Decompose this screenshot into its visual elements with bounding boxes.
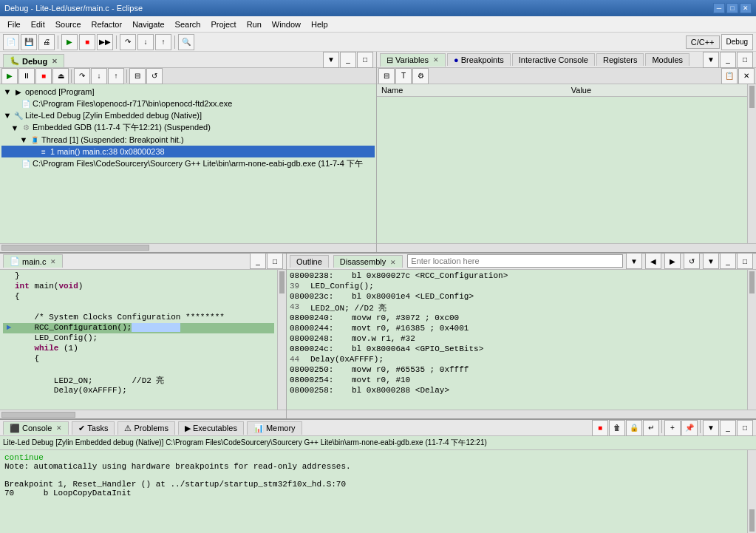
disasm-go-btn[interactable]: ▼ — [626, 253, 642, 269]
menu-source[interactable]: Source — [51, 18, 86, 30]
stop-button[interactable]: ■ — [79, 34, 95, 50]
editor-max-btn[interactable]: □ — [267, 253, 283, 269]
close-button[interactable]: ✕ — [740, 3, 752, 13]
disasm-panel-menu[interactable]: ▼ — [703, 253, 719, 269]
disasm-back-btn[interactable]: ◀ — [645, 253, 661, 269]
resume-btn[interactable]: ▶ — [1, 68, 18, 84]
disasm-fwd-btn[interactable]: ▶ — [664, 253, 681, 269]
debug-tab-close[interactable]: ✕ — [52, 58, 58, 65]
menu-run[interactable]: Run — [242, 18, 266, 30]
tab-variables[interactable]: ⊟ Variables ✕ — [380, 53, 446, 67]
disasm-scrollbar-v[interactable] — [747, 270, 756, 410]
menu-file[interactable]: File — [3, 18, 25, 30]
variables-scrollbar-v[interactable] — [747, 84, 756, 243]
tree-item-openocd-exe[interactable]: 📄 C:\Program Files\openocd-r717\bin\open… — [1, 98, 375, 109]
refresh-btn[interactable]: ↺ — [146, 68, 163, 84]
menu-refactor[interactable]: Refactor — [87, 18, 127, 30]
suspend-btn[interactable]: ⏸ — [18, 68, 35, 84]
location-input[interactable] — [407, 254, 623, 268]
debug-panel-min[interactable]: _ — [340, 52, 356, 68]
debug-run-button[interactable]: ▶▶ — [97, 34, 113, 50]
console-clear[interactable]: 🗑 — [609, 420, 625, 436]
disasm-refresh-btn[interactable]: ↺ — [684, 253, 700, 269]
editor-scroll-thumb[interactable] — [279, 271, 285, 293]
outline-tab[interactable]: Outline — [290, 255, 329, 268]
editor-tab-mainc[interactable]: 📄 main.c ✕ — [3, 254, 63, 268]
disasm-panel-min[interactable]: _ — [720, 253, 736, 269]
window-controls[interactable]: ─ □ ✕ — [713, 3, 752, 13]
terminate-btn[interactable]: ■ — [35, 68, 52, 84]
console-output[interactable]: continue Note: automatically using hardw… — [0, 450, 747, 533]
disasm-scrollbar-h[interactable] — [287, 410, 756, 418]
menu-window[interactable]: Window — [268, 18, 305, 30]
tab-memory[interactable]: 📊 Memory — [247, 421, 302, 435]
save-button[interactable]: 💾 — [21, 34, 37, 50]
tree-item-thread[interactable]: ▼ 🧵 Thread [1] (Suspended: Breakpoint hi… — [1, 134, 375, 146]
variables-panel-max[interactable]: □ — [737, 52, 753, 68]
show-type-btn[interactable]: T — [395, 68, 412, 84]
editor-collapse-btn[interactable]: _ — [250, 253, 266, 269]
stepreturn-btn[interactable]: ↑ — [108, 68, 124, 84]
tree-item-frame[interactable]: ≡ 1 main() main.c:38 0x08000238 — [1, 146, 375, 157]
console-tab-close[interactable]: ✕ — [56, 424, 62, 432]
editor-scroll-hthumb[interactable] — [1, 412, 75, 418]
tab-tasks[interactable]: ✔ Tasks — [72, 421, 115, 435]
variables-tab-close[interactable]: ✕ — [433, 56, 439, 64]
disasm-panel-max[interactable]: □ — [737, 253, 753, 269]
debug-panel-menu[interactable]: ▼ — [323, 52, 339, 68]
debug-tab[interactable]: 🐛 Debug ✕ — [3, 54, 64, 67]
stepover-btn[interactable]: ↷ — [74, 68, 90, 84]
console-word-wrap[interactable]: ↵ — [643, 420, 659, 436]
settings-vars-btn[interactable]: ⚙ — [412, 68, 429, 84]
step-return[interactable]: ↑ — [155, 34, 171, 50]
menu-project[interactable]: Project — [206, 18, 240, 30]
console-new[interactable]: + — [664, 420, 681, 436]
step-into[interactable]: ↓ — [137, 34, 154, 50]
toggle-liteleddebug[interactable]: ▼ — [3, 111, 12, 120]
menu-search[interactable]: Search — [171, 18, 205, 30]
debug-perspective-btn[interactable]: Debug — [721, 34, 753, 50]
toggle-gdb[interactable]: ▼ — [10, 123, 19, 132]
console-pin[interactable]: 📌 — [681, 420, 698, 436]
tab-problems[interactable]: ⚠ Problems — [118, 421, 174, 435]
console-panel-min[interactable]: _ — [720, 420, 736, 436]
console-scroll-thumb[interactable] — [749, 509, 755, 532]
console-panel-menu[interactable]: ▼ — [703, 420, 719, 436]
menu-navigate[interactable]: Navigate — [128, 18, 168, 30]
stepinto-btn[interactable]: ↓ — [91, 68, 107, 84]
tab-console[interactable]: ⬛ Console ✕ — [3, 421, 69, 435]
tab-modules[interactable]: Modules — [645, 53, 689, 66]
debug-panel-max[interactable]: □ — [357, 52, 373, 68]
variables-scrollbar-h[interactable] — [377, 243, 756, 252]
tree-item-gdbexe[interactable]: 📄 C:\Program Files\CodeSourcery\Sourcery… — [1, 157, 375, 170]
console-scroll-lock[interactable]: 🔒 — [626, 420, 642, 436]
tab-registers[interactable]: Registers — [596, 53, 644, 66]
variables-panel-min[interactable]: _ — [720, 52, 736, 68]
menu-edit[interactable]: Edit — [27, 18, 50, 30]
variables-scroll-thumb[interactable] — [749, 86, 755, 108]
tree-item-gdb[interactable]: ▼ ⚙ Embedded GDB (11-7-4 下午12:21) (Suspe… — [1, 121, 375, 134]
debug-scrollbar-h[interactable] — [0, 243, 376, 252]
search-button[interactable]: 🔍 — [178, 34, 194, 50]
disasm-tab-close[interactable]: ✕ — [390, 259, 396, 266]
run-button[interactable]: ▶ — [61, 34, 78, 50]
disasm-content[interactable]: 08000238: bl 0x800027c <RCC_Configuratio… — [287, 270, 747, 410]
toggle-openocd[interactable]: ▼ — [3, 87, 12, 96]
minimize-button[interactable]: ─ — [713, 3, 725, 13]
code-content[interactable]: } int main(void) { — [0, 270, 277, 410]
tab-executables[interactable]: ▶ Executables — [178, 421, 244, 435]
disconnect-btn[interactable]: ⏏ — [52, 68, 69, 84]
disassembly-tab[interactable]: Disassembly ✕ — [333, 255, 403, 268]
tab-breakpoints[interactable]: ● Breakpoints — [447, 53, 511, 66]
toggle-thread[interactable]: ▼ — [19, 135, 28, 144]
editor-tab-close[interactable]: ✕ — [50, 258, 56, 265]
vars-del-btn[interactable]: ✕ — [738, 68, 755, 84]
console-stop[interactable]: ■ — [592, 420, 608, 436]
menu-help[interactable]: Help — [307, 18, 333, 30]
tree-item-openocd[interactable]: ▼ ▶ openocd [Program] — [1, 86, 375, 98]
editor-scrollbar-v[interactable] — [277, 270, 286, 410]
variables-panel-menu[interactable]: ▼ — [703, 52, 719, 68]
maximize-button[interactable]: □ — [726, 3, 738, 13]
tab-interactive-console[interactable]: Interactive Console — [512, 53, 595, 66]
editor-scrollbar-h[interactable] — [0, 410, 286, 418]
